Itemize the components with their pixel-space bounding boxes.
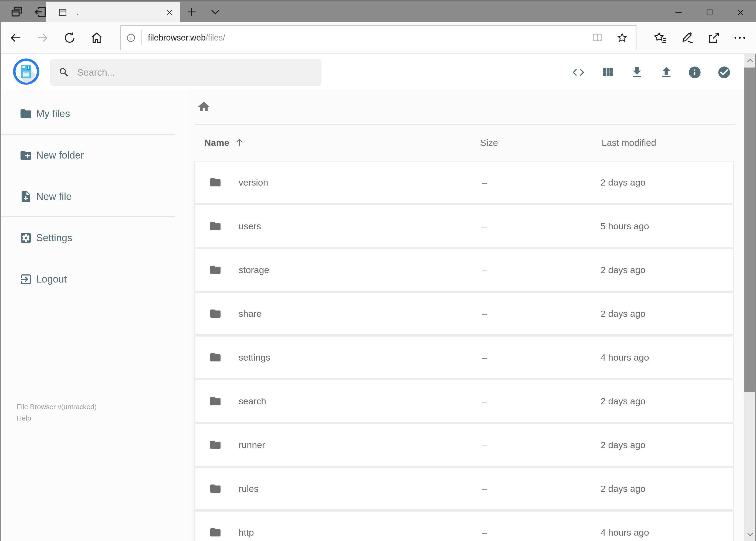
breadcrumb-home-icon[interactable] [197, 100, 210, 114]
sort-ascending-icon [234, 138, 245, 148]
web-note-button[interactable] [675, 22, 700, 54]
tab-list-button[interactable] [204, 1, 227, 23]
sidebar-item-my-files[interactable]: My files [0, 102, 190, 125]
search-input[interactable] [77, 67, 293, 78]
file-row[interactable]: http – 4 hours ago [195, 512, 733, 541]
file-name: share [239, 308, 482, 319]
scrollbar-thumb[interactable] [744, 68, 756, 392]
scroll-down-button[interactable] [744, 527, 756, 541]
home-button[interactable] [86, 22, 108, 54]
folder-icon [19, 107, 32, 120]
sidebar-item-new-file[interactable]: New file [0, 185, 190, 208]
home-icon [90, 31, 104, 45]
sidebar-item-label: Settings [36, 232, 72, 244]
column-header-name[interactable]: Name [204, 138, 480, 148]
sidebar-item-settings[interactable]: Settings [0, 226, 190, 250]
page-favicon-icon [57, 7, 68, 18]
file-row[interactable]: version – 2 days ago [195, 162, 733, 203]
share-button[interactable] [701, 22, 727, 54]
file-size: – [482, 177, 601, 188]
pen-icon [680, 31, 694, 45]
file-name: rules [239, 483, 482, 494]
column-header-modified[interactable]: Last modified [602, 138, 734, 148]
file-name: users [239, 221, 482, 232]
upload-button[interactable] [659, 65, 673, 79]
refresh-icon [63, 31, 76, 45]
browser-tab[interactable]: . [46, 2, 180, 23]
url-path: /files/ [206, 33, 225, 42]
listing-header: Name Size Last modified [190, 136, 734, 150]
download-button[interactable] [630, 65, 644, 79]
favorites-hub-button[interactable] [648, 22, 674, 54]
help-link[interactable]: Help [17, 412, 97, 424]
file-row[interactable]: rules – 2 days ago [195, 468, 733, 509]
tab-close-icon[interactable] [159, 2, 180, 23]
file-listing-area: Name Size Last modified version – 2 days… [190, 89, 744, 541]
file-name: version [239, 177, 482, 188]
vertical-scrollbar[interactable] [744, 54, 756, 541]
grid-view-icon [601, 65, 615, 79]
new-tab-button[interactable] [181, 1, 202, 23]
check-circle-icon [717, 65, 731, 79]
file-row[interactable]: runner – 2 days ago [195, 424, 733, 466]
file-row[interactable]: storage – 2 days ago [195, 249, 733, 290]
folder-icon [209, 526, 239, 539]
app-version-text: File Browser v(untracked) [17, 401, 97, 412]
file-size: – [482, 483, 601, 494]
folder-icon [209, 482, 239, 495]
file-row[interactable]: search – 2 days ago [195, 380, 733, 422]
file-modified: 4 hours ago [601, 352, 733, 363]
share-icon [707, 31, 721, 45]
new-folder-icon [19, 149, 32, 162]
sidebar-divider [0, 216, 175, 217]
site-info-icon[interactable] [126, 33, 136, 43]
sidebar-divider [0, 134, 175, 135]
search-bar[interactable] [50, 59, 322, 86]
reading-view-icon[interactable] [592, 32, 604, 44]
forward-button[interactable] [32, 22, 54, 54]
minimize-button[interactable] [663, 2, 694, 23]
upload-icon [659, 65, 673, 79]
add-favorite-star-icon[interactable] [616, 32, 629, 44]
window-controls [663, 2, 756, 23]
address-bar[interactable]: filebrowser.web/files/ [121, 25, 636, 50]
column-label: Name [204, 138, 229, 148]
file-size: – [482, 352, 601, 363]
toggle-shell-button[interactable] [571, 65, 586, 79]
download-icon [630, 65, 644, 79]
browser-menu-button[interactable] [727, 22, 752, 54]
back-button[interactable] [5, 22, 26, 54]
tab-title: . [77, 8, 159, 17]
file-name: http [239, 527, 482, 538]
folder-icon [209, 264, 239, 276]
sidebar: My files New folder New file Settings Lo… [0, 89, 190, 541]
new-file-icon [19, 190, 32, 203]
filebrowser-logo[interactable] [13, 58, 40, 85]
set-aside-icon [34, 5, 48, 19]
column-header-size[interactable]: Size [480, 138, 602, 148]
file-row[interactable]: settings – 4 hours ago [195, 336, 733, 378]
info-button[interactable] [688, 65, 702, 79]
search-icon [58, 67, 70, 78]
tabs-preview-button[interactable] [5, 1, 29, 23]
file-modified: 5 hours ago [601, 221, 733, 232]
file-row[interactable]: share – 2 days ago [195, 293, 733, 334]
maximize-button[interactable] [694, 2, 725, 23]
sidebar-item-logout[interactable]: Logout [0, 268, 190, 291]
refresh-button[interactable] [59, 22, 81, 54]
file-row[interactable]: users – 5 hours ago [195, 205, 733, 247]
url-text[interactable]: filebrowser.web/files/ [148, 33, 592, 43]
grid-view-button[interactable] [601, 65, 615, 79]
scroll-up-button[interactable] [744, 54, 756, 68]
browser-titlebar: . [0, 0, 756, 22]
file-size: – [482, 527, 601, 538]
sidebar-item-new-folder[interactable]: New folder [0, 144, 190, 167]
select-multiple-button[interactable] [717, 65, 731, 79]
url-host: filebrowser.web [148, 33, 206, 42]
settings-gear-icon [19, 232, 32, 245]
file-modified: 2 days ago [601, 440, 733, 450]
close-window-button[interactable] [725, 2, 756, 23]
file-modified: 2 days ago [601, 483, 733, 494]
logout-icon [19, 273, 32, 286]
window-border-right [755, 54, 756, 541]
